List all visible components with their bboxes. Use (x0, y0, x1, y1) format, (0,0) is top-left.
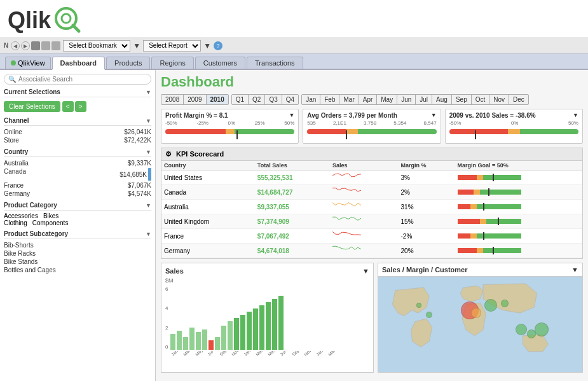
product-cat-clothing[interactable]: Clothing (4, 219, 27, 226)
jul-btn[interactable]: Jul (416, 95, 432, 104)
product-category-arrow[interactable]: ▼ (146, 202, 151, 209)
select-bookmark[interactable]: Select Bookmark (63, 40, 130, 52)
product-cat-accessories[interactable]: Accessories (4, 212, 38, 219)
clear-selections-button[interactable]: Clear Selections (4, 101, 60, 112)
apr-btn[interactable]: Apr (359, 95, 378, 104)
search-box[interactable]: 🔍 (4, 74, 151, 85)
bar-12[interactable] (247, 312, 252, 350)
x-label-10: Sep-2009 (291, 351, 302, 357)
channel-arrow[interactable]: ▼ (146, 118, 151, 124)
product-cat-bikes[interactable]: Bikes (43, 212, 58, 219)
bar-0[interactable] (170, 334, 175, 350)
tab-customers[interactable]: Customers (195, 57, 245, 69)
month-filter-group: Jan Feb Mar Apr May Jun Jul Aug Sep Oct … (301, 94, 529, 105)
bar-7[interactable] (215, 337, 220, 350)
q3-btn[interactable]: Q3 (265, 95, 282, 104)
row-sales-0: $55,325,531 (255, 170, 330, 185)
tab-products[interactable]: Products (106, 57, 150, 69)
country-arrow[interactable]: ▼ (146, 149, 151, 155)
channel-item-store[interactable]: Store $72,422K (4, 136, 151, 144)
bar-14[interactable] (259, 305, 264, 350)
bar-16[interactable] (272, 299, 277, 350)
scorecard-row-3[interactable]: United Kingdom $7,374,909 15% (161, 214, 582, 229)
subcat-item-3[interactable]: Bottles and Cages (4, 266, 151, 274)
current-selections-arrow[interactable]: ▼ (146, 89, 151, 95)
bar-13[interactable] (253, 308, 258, 350)
scorecard-row-0[interactable]: United States $55,325,531 3% (161, 170, 582, 185)
bottom-row: Sales ▼ $M 6 4 2 0 Jan-2008Mar-2008May-2… (161, 263, 583, 373)
search-input[interactable] (18, 76, 147, 83)
map-dot-1 (484, 299, 497, 312)
map-title: Sales / Margin / Customer ▼ (378, 263, 582, 277)
bar-15[interactable] (266, 302, 271, 350)
product-subcategory-title: Product Subcategory ▼ (4, 230, 151, 239)
subcat-item-0[interactable]: Bib-Shorts (4, 241, 151, 249)
bar-1[interactable] (177, 331, 182, 350)
scorecard-row-1[interactable]: Canada $14,684,727 2% (161, 185, 582, 200)
product-subcategory-arrow[interactable]: ▼ (146, 231, 151, 237)
country-item-australia[interactable]: Australia $9,337K (4, 159, 151, 167)
scorecard-row-5[interactable]: Germany $4,674,018 20% (161, 244, 582, 258)
product-cat-components[interactable]: Components (32, 219, 69, 226)
year-2008-btn[interactable]: 2008 (161, 95, 184, 104)
country-australia-label: Australia (4, 160, 29, 167)
map-dropdown-icon[interactable]: ▼ (571, 266, 578, 274)
bar-10[interactable] (234, 318, 239, 350)
chart-title-label: Sales (165, 267, 184, 275)
bar-9[interactable] (228, 321, 233, 350)
q1-btn[interactable]: Q1 (232, 95, 249, 104)
kpi-orders-title: Avg Orders = 3,799 per Month ▼ (307, 112, 436, 119)
q2-btn[interactable]: Q2 (249, 95, 265, 104)
col-margin: Margin % (399, 161, 455, 170)
select-report[interactable]: Select Report (143, 40, 201, 52)
forward-button[interactable]: > (75, 101, 86, 112)
aug-btn[interactable]: Aug (432, 95, 452, 104)
gauge-orders (307, 129, 436, 141)
q4-btn[interactable]: Q4 (282, 95, 298, 104)
subcat-item-2[interactable]: Bike Stands (4, 258, 151, 266)
bar-17[interactable] (278, 296, 284, 350)
jun-btn[interactable]: Jun (397, 95, 416, 104)
subcat-item-1[interactable]: Bike Racks (4, 249, 151, 258)
bar-2[interactable] (183, 337, 188, 350)
kpi-orders-dropdown[interactable]: ▼ (431, 112, 437, 119)
country-item-germany[interactable]: Germany $4,574K (4, 190, 151, 198)
bar-chart (170, 286, 369, 350)
kpi-profit-dropdown[interactable]: ▼ (289, 112, 294, 119)
jan-btn[interactable]: Jan (302, 95, 320, 104)
bar-8[interactable] (221, 326, 226, 350)
tab-dashboard[interactable]: Dashboard (52, 57, 105, 70)
tab-transactions[interactable]: Transactions (247, 57, 303, 69)
mar-btn[interactable]: Mar (339, 95, 359, 104)
back-button[interactable]: < (62, 101, 74, 112)
feb-btn[interactable]: Feb (320, 95, 339, 104)
bar-6[interactable] (209, 340, 214, 350)
report-arrow[interactable]: ▼ (203, 41, 211, 50)
country-item-canada[interactable]: Canada $14,685K (4, 167, 151, 181)
channel-item-online[interactable]: Online $26,041K (4, 128, 151, 136)
bar-4[interactable] (196, 332, 201, 350)
scorecard-row-4[interactable]: France $7,067,492 -2% (161, 229, 582, 244)
bar-11[interactable] (240, 315, 245, 350)
nov-btn[interactable]: Nov (489, 95, 509, 104)
toolbar-forward-icon[interactable]: ▶ (21, 41, 30, 50)
toolbar-back-icon[interactable]: ◀ (11, 41, 20, 50)
gauge-profit-labels: -50% -25% 0% 25% 50% (165, 120, 294, 126)
dec-btn[interactable]: Dec (509, 95, 528, 104)
chart-dropdown-icon[interactable]: ▼ (362, 267, 369, 275)
tab-regions[interactable]: Regions (151, 57, 193, 69)
scorecard-row-2[interactable]: Australia $9,337,055 31% (161, 200, 582, 214)
help-icon[interactable]: ? (214, 41, 222, 50)
bar-3[interactable] (189, 328, 195, 350)
kpi-sales-dropdown[interactable]: ▼ (573, 112, 578, 119)
year-2009-btn[interactable]: 2009 (184, 95, 206, 104)
bookmark-arrow[interactable]: ▼ (133, 41, 140, 50)
oct-btn[interactable]: Oct (472, 95, 490, 104)
subcat-label-1: Bike Racks (4, 250, 36, 257)
bar-5[interactable] (202, 329, 207, 350)
sep-btn[interactable]: Sep (452, 95, 472, 104)
tab-qlikview[interactable]: QlikView (5, 57, 51, 69)
year-2010-btn[interactable]: 2010 (207, 95, 228, 104)
may-btn[interactable]: May (377, 95, 397, 104)
country-item-france[interactable]: France $7,067K (4, 181, 151, 190)
